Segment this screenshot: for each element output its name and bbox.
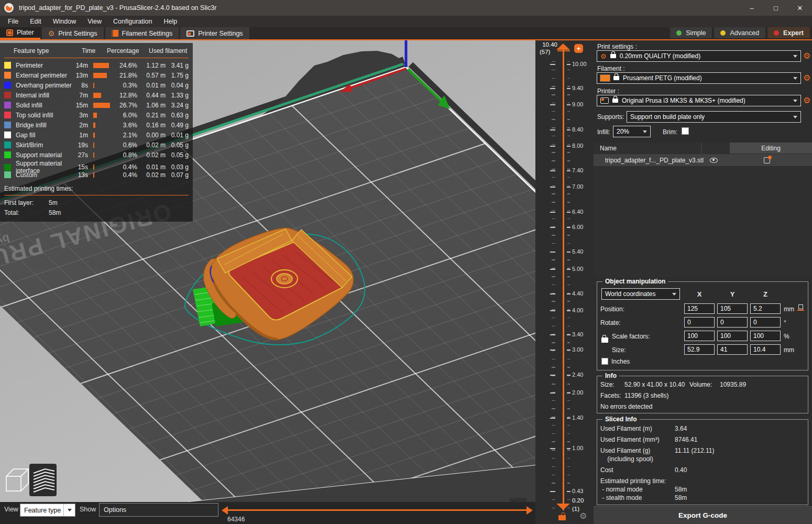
view-type-select[interactable]: Feature type <box>20 504 75 517</box>
app-logo-icon <box>4 3 14 13</box>
inches-checkbox[interactable] <box>601 358 608 365</box>
printer-combo[interactable]: Original Prusa i3 MK3S & MK3S+ (modified… <box>597 95 801 106</box>
view-preview-button[interactable] <box>29 464 57 496</box>
menu-help[interactable]: Help <box>158 18 183 25</box>
position-z-field[interactable]: 5.2 <box>750 303 781 314</box>
layer-slider-top-handle[interactable] <box>556 43 570 50</box>
tab-filament-settings[interactable]: Filament Settings <box>105 27 179 39</box>
legend-row: Internal infill7m12.8%0.44 m1.33 g <box>4 90 189 100</box>
supports-value: Support on build plate only <box>630 113 705 121</box>
print-settings-gear-button[interactable]: ⚙ <box>803 52 810 60</box>
maximize-button[interactable]: □ <box>764 0 788 16</box>
coordinates-combo[interactable]: World coordinates <box>601 288 680 300</box>
rotate-z-field[interactable]: 0 <box>750 317 781 328</box>
layer-slider[interactable]: 10.40 (57) + 10.009.409.008.408.007.407.… <box>535 40 594 524</box>
coordinates-value: World coordinates <box>605 290 656 298</box>
show-options-field[interactable]: Options <box>99 503 218 517</box>
errors-status: No errors detected <box>600 403 652 410</box>
hslider-right-handle[interactable] <box>526 506 533 515</box>
printer-gear-button[interactable]: ⚙ <box>803 96 810 105</box>
print-settings-combo[interactable]: ⚙ 0.20mm QUALITY (modified) <box>597 50 801 62</box>
print-settings-value: 0.20mm QUALITY (modified) <box>620 52 701 60</box>
size-y-field[interactable]: 41 <box>717 344 748 355</box>
hslider-left-handle[interactable] <box>222 506 228 515</box>
scale-label: Scale factors: <box>612 333 650 340</box>
scale-z-field[interactable]: 100 <box>750 331 781 341</box>
mode-simple-button[interactable]: Simple <box>670 27 712 38</box>
drop-to-bed-icon[interactable] <box>797 304 804 311</box>
layer-slider-track[interactable] <box>563 47 564 510</box>
position-x-field[interactable]: 125 <box>684 303 715 314</box>
tick-column-right <box>567 61 570 512</box>
layer-tick-label: 8.40 <box>572 126 593 133</box>
filament-gear-button[interactable]: ⚙ <box>803 74 810 82</box>
menu-file[interactable]: File <box>2 18 24 25</box>
layer-tick-label: 8.00 <box>572 143 593 149</box>
legend-row: Overhang perimeter8s0.3%0.01 m0.04 g <box>4 80 189 90</box>
volume-value: 10935.89 <box>720 381 746 388</box>
infill-combo[interactable]: 20% <box>613 126 651 137</box>
menu-configuration[interactable]: Configuration <box>107 18 158 25</box>
menu-window[interactable]: Window <box>47 18 82 25</box>
edit-object-icon[interactable] <box>764 157 770 163</box>
legend-header: Feature type Time Percentage Used filame… <box>4 46 189 58</box>
scale-y-field[interactable]: 100 <box>717 331 748 341</box>
name-column-header[interactable]: Name <box>594 143 701 154</box>
layer-tick-label: 2.00 <box>572 389 593 396</box>
mode-expert-button[interactable]: Expert <box>767 27 810 38</box>
title-bar: tripod_adapter_for_PD_plate_v3 - PrusaSl… <box>0 0 812 16</box>
horizontal-range-slider[interactable] <box>226 509 528 511</box>
eye-icon[interactable] <box>710 158 718 163</box>
brim-checkbox[interactable] <box>682 127 689 135</box>
slider-gear-icon[interactable]: ⚙ <box>579 511 587 521</box>
sliced-info-row: - normal mode58m <box>600 486 807 494</box>
size-x-field[interactable]: 52.9 <box>684 344 715 355</box>
editing-column-header[interactable]: Editing <box>730 143 812 154</box>
scale-x-field[interactable]: 100 <box>684 331 715 341</box>
menu-bar: File Edit Window View Configuration Help <box>0 16 812 27</box>
minimize-button[interactable]: – <box>740 0 764 16</box>
mode-simple-label: Simple <box>686 29 706 37</box>
tab-print-settings-label: Print Settings <box>58 30 97 37</box>
add-color-change-button[interactable]: + <box>574 44 583 53</box>
tab-print-settings[interactable]: ⚙ Print Settings <box>42 27 104 39</box>
size-info-label: Size: <box>600 381 615 388</box>
layer-tick-label: 6.40 <box>572 209 593 215</box>
rotate-x-field[interactable]: 0 <box>684 317 715 328</box>
print-settings-label: Print settings : <box>597 43 637 50</box>
unlock-icon[interactable] <box>558 515 566 520</box>
total-value: 58m <box>49 209 189 216</box>
gear-icon: ⚙ <box>48 30 55 37</box>
infill-value: 20% <box>617 128 629 135</box>
show-options-value: Options <box>104 506 126 514</box>
filament-label: Filament : <box>597 65 625 72</box>
first-layer-label: First layer: <box>4 199 49 206</box>
sliced-info-row: Used Filament (m)3.64 <box>600 425 807 433</box>
tab-printer-settings[interactable]: Printer Settings <box>180 27 249 39</box>
tab-plater[interactable]: Plater <box>0 27 40 39</box>
rotate-y-field[interactable]: 0 <box>717 317 748 328</box>
mode-advanced-button[interactable]: Advanced <box>714 27 765 38</box>
position-y-field[interactable]: 105 <box>717 303 748 314</box>
menu-edit[interactable]: Edit <box>24 18 47 25</box>
export-gcode-button[interactable]: Export G-code <box>594 506 812 524</box>
object-list-row[interactable]: tripod_adapter_f..._PD_plate_v3.stl <box>594 154 812 166</box>
close-button[interactable]: ✕ <box>788 0 812 16</box>
lock-icon <box>613 76 619 80</box>
chevron-down-icon <box>793 77 797 80</box>
feature-legend: Feature type Time Percentage Used filame… <box>0 43 193 222</box>
menu-view[interactable]: View <box>82 18 107 25</box>
mode-expert-label: Expert <box>783 29 804 37</box>
chevron-down-icon <box>793 55 797 58</box>
scale-lock-icon[interactable] <box>601 337 608 343</box>
layer-tick-label: 0.43 <box>572 488 593 494</box>
size-z-field[interactable]: 10.4 <box>750 344 781 355</box>
chevron-down-icon <box>643 130 647 133</box>
layer-slider-bottom-handle[interactable] <box>556 504 570 510</box>
mode-switcher: Simple Advanced Expert <box>670 27 810 38</box>
lock-icon <box>612 99 618 103</box>
size-unit: mm <box>784 346 794 354</box>
filament-combo[interactable]: Prusament PETG (modified) <box>597 72 801 84</box>
sliced-info-row: - stealth mode58m <box>600 494 807 503</box>
supports-combo[interactable]: Support on build plate only <box>627 111 801 123</box>
